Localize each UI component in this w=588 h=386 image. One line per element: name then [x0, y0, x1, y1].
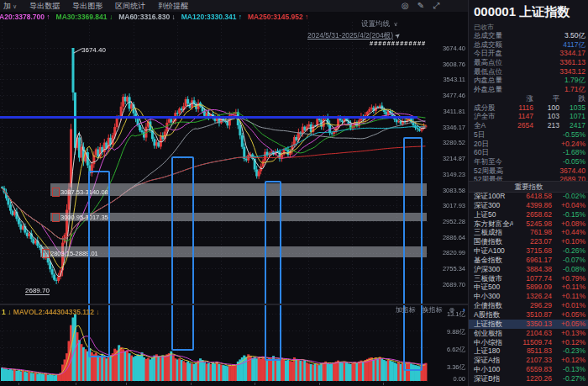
ma-settings-button[interactable]: 设置均线 ∨	[361, 19, 398, 29]
symbol-title: 000001 上证指数	[474, 4, 570, 20]
indicator-action-1[interactable]: 换指标	[422, 305, 442, 315]
ma-label-0: MA20:3378.700 ↑	[0, 13, 50, 21]
pencil-icon[interactable]: ✎	[417, 1, 424, 11]
index-value: 296.29	[513, 301, 552, 310]
adv-flat-count: 103	[533, 112, 559, 121]
date-axis-tick	[76, 383, 76, 385]
index-value: 1220.26	[513, 374, 552, 383]
index-row[interactable]: 深证3004399.86+0.04%	[469, 201, 588, 210]
index-value: 6418.58	[513, 192, 552, 201]
toggle-indicator-icon[interactable]: ◑	[461, 306, 465, 314]
period-row: 5日-0.55%	[474, 130, 585, 140]
adv-row: 全A26542132417	[474, 121, 585, 130]
period-label: 60日	[474, 148, 489, 157]
index-change: +0.12%	[552, 338, 585, 347]
info-value: 4117亿	[563, 40, 585, 50]
drawn-rectangle-0[interactable]	[88, 171, 110, 357]
index-row[interactable]: 深证100R6418.58-0.02%	[469, 192, 588, 201]
date-axis-tick	[18, 383, 19, 385]
index-value: 223.07	[513, 237, 552, 246]
index-row[interactable]: 东方财富全A5245.98+0.08%	[469, 219, 588, 229]
info-row: 内盘总量1.79亿	[474, 76, 585, 85]
indicator-action-0[interactable]: 加指标	[395, 305, 415, 315]
menu-item-2[interactable]: 导出图形	[72, 1, 102, 12]
adv-header: 平	[533, 94, 559, 103]
index-name: 基金指数	[474, 256, 513, 265]
adv-row: 成分股11161001035	[474, 103, 585, 113]
index-change: +0.05%	[552, 320, 585, 329]
band-anchor-box	[42, 249, 50, 258]
index-row[interactable]: 三板做市1077.74+0.79%	[469, 274, 588, 283]
info-label: 内盘总量	[474, 76, 502, 85]
index-row[interactable]: 基金指数6961.17-0.07%	[469, 256, 588, 265]
index-row[interactable]: 上证502658.62-0.15%	[469, 210, 588, 219]
index-value: 6961.17	[513, 256, 552, 265]
info-value: 3.50亿	[564, 31, 585, 40]
menu-item-0[interactable]: 加∨	[3, 1, 17, 12]
info-value: 3344.17	[559, 49, 585, 58]
index-change: +0.04%	[552, 201, 585, 210]
section-header: 重要指数	[469, 181, 588, 193]
index-change: +0.79%	[552, 274, 585, 283]
info-label: 最高点位	[474, 58, 502, 67]
index-value: 4399.86	[513, 201, 552, 210]
target-icon[interactable]: ◎	[402, 1, 409, 11]
info-label: 总成交额	[474, 40, 502, 50]
menu-item-1[interactable]: 导出数据	[29, 1, 60, 12]
price-tick: 3149.23	[430, 171, 465, 178]
price-tick: 2755.34	[430, 265, 465, 272]
price-tick: 3017.93	[430, 202, 465, 209]
drawn-horizontal-line[interactable]	[0, 116, 417, 119]
fullscreen-icon[interactable]: ⤢	[433, 1, 439, 11]
index-row[interactable]: 中证5005899.09+0.11%	[469, 283, 588, 292]
index-name: 上证180	[474, 346, 513, 356]
price-tick: 3083.58	[430, 187, 465, 194]
index-row[interactable]: 中小1006559.83-0.13%	[469, 365, 588, 374]
index-row[interactable]: 中证A1003715.68-0.26%	[469, 246, 588, 256]
index-row[interactable]: 深证A指2107.33+0.12%	[469, 356, 588, 365]
info-label: 外盘总量	[474, 85, 502, 94]
index-name: 三板成指	[474, 228, 513, 237]
index-change: +0.11%	[552, 283, 585, 292]
volume-ma-label: 1 ↓ MAVOL2:444304335.112 ↓	[2, 308, 100, 316]
index-name: 中小100	[474, 365, 513, 374]
adv-down-count: 1071	[559, 112, 585, 121]
index-name: 东方财富全A	[474, 219, 513, 229]
period-label: 5日	[474, 130, 485, 140]
drawn-rectangle-3[interactable]	[403, 137, 423, 371]
settings-indicator-icon[interactable]: ⊕	[449, 306, 454, 314]
index-row[interactable]: 三板成指761.98+0.44%	[469, 228, 588, 237]
info-value: 3343.12	[559, 67, 585, 77]
period-value: -1.68%	[563, 148, 585, 157]
index-row[interactable]: 创业板指2104.63+0.13%	[469, 329, 588, 338]
index-row[interactable]: 国债指数223.07+0.10%	[469, 237, 588, 246]
index-row[interactable]: 上证指数3350.13+0.05%	[469, 320, 588, 329]
index-row[interactable]: 深证B指1220.26-0.27%	[469, 374, 588, 383]
index-value: 2107.33	[513, 356, 552, 365]
index-row[interactable]: A股指数3510.87+0.05%	[469, 310, 588, 320]
index-name: A股指数	[474, 310, 513, 320]
index-row[interactable]: 企债指数296.29+0.01%	[469, 301, 588, 310]
drawn-rectangle-2[interactable]	[265, 181, 281, 361]
index-row[interactable]: 中小3001326.24+0.11%	[469, 292, 588, 301]
adv-up-count: 1147	[507, 112, 533, 121]
band-anchor-box	[52, 188, 60, 197]
adv-label: 全A	[474, 121, 507, 130]
index-change: -0.27%	[552, 374, 585, 383]
index-name: 中证A100	[474, 246, 513, 256]
index-name: 深证A指	[474, 356, 513, 365]
chevron-down-icon: ∨	[393, 21, 397, 27]
index-row[interactable]: 中小综指11509.74+0.12%	[469, 338, 588, 347]
price-tick: 2952.28	[430, 218, 465, 225]
date-axis-tick	[255, 383, 255, 385]
period-label: 20日	[474, 140, 489, 149]
index-row[interactable]: 沪深3003884.38-0.08%	[469, 265, 588, 274]
drawn-rectangle-1[interactable]	[171, 156, 194, 351]
index-row[interactable]: 上证1808511.83-0.23%	[469, 346, 588, 356]
info-row: 总成交额4117亿	[474, 40, 585, 50]
index-name: 国债指数	[474, 237, 513, 246]
ma-label-4: MA250:3145.952 ↑	[248, 13, 308, 21]
menu-item-3[interactable]: 区间统计	[115, 1, 145, 12]
menu-item-4[interactable]: 到价提醒	[158, 1, 188, 12]
ma-label-1: MA30:3369.841 ↓	[56, 13, 113, 21]
